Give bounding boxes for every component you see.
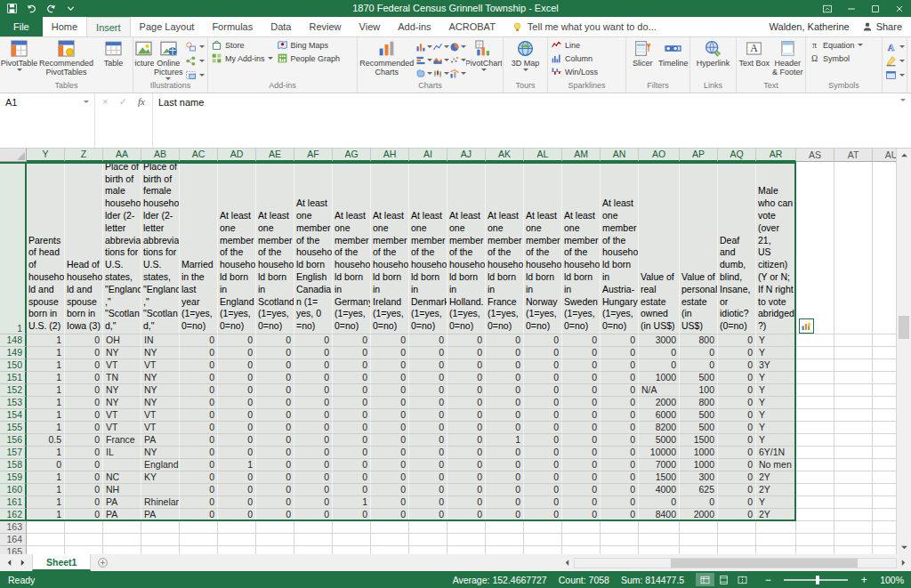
cell-ah150[interactable]: 0 xyxy=(371,359,409,372)
tab-file[interactable]: File xyxy=(0,17,43,36)
cell-ab160[interactable] xyxy=(141,484,180,496)
object-button[interactable] xyxy=(883,68,907,80)
cell-ak1[interactable]: At least one member of the househo ld bo… xyxy=(486,162,524,334)
cell-ad151[interactable]: 0 xyxy=(218,372,256,384)
column-header-ai[interactable]: AI xyxy=(409,149,447,162)
cell-ar158[interactable]: No men xyxy=(756,459,796,471)
cell-aa163[interactable] xyxy=(103,521,141,534)
worksheet-grid[interactable]: YZAAABACADAEAFAGAHAIAJAKALAMANAOAPAQARAS… xyxy=(0,149,896,554)
column-header-ac[interactable]: AC xyxy=(180,149,218,162)
cell-ak161[interactable]: 0 xyxy=(486,496,524,509)
cell-at158[interactable] xyxy=(834,459,873,471)
column-header-z[interactable]: Z xyxy=(65,149,103,162)
sheet-nav-right-button[interactable] xyxy=(19,559,27,567)
cell-ak153[interactable]: 0 xyxy=(486,397,524,409)
cell-au1[interactable] xyxy=(873,162,896,334)
cell-ao163[interactable] xyxy=(639,521,680,534)
cell-z156[interactable]: 0 xyxy=(65,434,103,447)
stock-chart-button[interactable] xyxy=(432,67,449,80)
cell-af161[interactable]: 0 xyxy=(294,496,333,509)
cell-an150[interactable]: 0 xyxy=(601,359,639,372)
column-header-ah[interactable]: AH xyxy=(371,149,409,162)
redo-icon[interactable] xyxy=(45,3,57,14)
cell-am158[interactable]: 0 xyxy=(562,459,601,471)
cell-ag156[interactable]: 0 xyxy=(333,434,371,447)
cell-ap158[interactable]: 1000 xyxy=(680,459,718,471)
cell-y158[interactable]: 0 xyxy=(27,459,65,471)
cell-aj154[interactable]: 0 xyxy=(447,409,486,422)
cell-ar155[interactable]: Y xyxy=(756,422,796,434)
cell-at149[interactable] xyxy=(834,347,873,359)
scroll-right-button[interactable] xyxy=(899,559,907,567)
cell-ab164[interactable] xyxy=(141,534,180,546)
cell-ac149[interactable]: 0 xyxy=(180,347,218,359)
cell-at165[interactable] xyxy=(834,546,873,554)
sheet-tab-sheet1[interactable]: Sheet1 xyxy=(32,554,91,571)
cell-ap152[interactable]: 100 xyxy=(680,384,718,397)
cell-aj161[interactable]: 0 xyxy=(447,496,486,509)
cell-y162[interactable]: 1 xyxy=(27,509,65,521)
cell-al148[interactable]: 0 xyxy=(524,334,562,347)
cell-ak158[interactable]: 0 xyxy=(486,459,524,471)
cell-ar150[interactable]: 3Y xyxy=(756,359,796,372)
cell-ab149[interactable]: NY xyxy=(141,347,180,359)
cell-aq159[interactable]: 0 xyxy=(718,471,756,484)
cell-au160[interactable] xyxy=(873,484,896,496)
cell-aa1[interactable]: Place of birth of male househo lder (2- … xyxy=(103,162,141,334)
row-header-165[interactable]: 165 xyxy=(0,546,27,554)
cell-aa151[interactable]: TN xyxy=(103,372,141,384)
cell-at1[interactable] xyxy=(834,162,873,334)
cell-ai151[interactable]: 0 xyxy=(409,372,447,384)
cell-aj163[interactable] xyxy=(447,521,486,534)
cell-ae155[interactable]: 0 xyxy=(256,422,294,434)
cell-af164[interactable] xyxy=(294,534,333,546)
people-graph-button[interactable]: People Graph xyxy=(275,52,343,65)
cell-ac158[interactable]: 0 xyxy=(180,459,218,471)
cell-aj164[interactable] xyxy=(447,534,486,546)
cell-ap160[interactable]: 625 xyxy=(680,484,718,496)
cell-am159[interactable]: 0 xyxy=(562,471,601,484)
cell-aa148[interactable]: OH xyxy=(103,334,141,347)
cell-at153[interactable] xyxy=(834,397,873,409)
cell-ak163[interactable] xyxy=(486,521,524,534)
recommended-charts-button[interactable]: Recommended Charts xyxy=(359,38,415,80)
column-header-y[interactable]: Y xyxy=(27,149,65,162)
column-header-ag[interactable]: AG xyxy=(333,149,371,162)
cell-ad149[interactable]: 0 xyxy=(218,347,256,359)
cell-y148[interactable]: 1 xyxy=(27,334,65,347)
cell-am164[interactable] xyxy=(562,534,601,546)
cell-aj165[interactable] xyxy=(447,546,486,554)
cell-af153[interactable]: 0 xyxy=(294,397,333,409)
cell-aq154[interactable]: 0 xyxy=(718,409,756,422)
cell-am156[interactable]: 0 xyxy=(562,434,601,447)
cell-af149[interactable]: 0 xyxy=(294,347,333,359)
cell-au162[interactable] xyxy=(873,509,896,521)
cell-ao153[interactable]: 2000 xyxy=(639,397,680,409)
cell-ae150[interactable]: 0 xyxy=(256,359,294,372)
cell-ac150[interactable]: 0 xyxy=(180,359,218,372)
scroll-up-button[interactable] xyxy=(897,149,911,162)
cell-aj1[interactable]: At least one member of the househo ld bo… xyxy=(447,162,486,334)
cell-z151[interactable]: 0 xyxy=(65,372,103,384)
cell-z150[interactable]: 0 xyxy=(65,359,103,372)
cell-an149[interactable]: 0 xyxy=(601,347,639,359)
cell-ag165[interactable] xyxy=(333,546,371,554)
cell-ai165[interactable] xyxy=(409,546,447,554)
cell-ap162[interactable]: 2000 xyxy=(680,509,718,521)
cell-ai161[interactable]: 0 xyxy=(409,496,447,509)
cell-z152[interactable]: 0 xyxy=(65,384,103,397)
close-button[interactable] xyxy=(887,0,911,17)
cell-an148[interactable]: 0 xyxy=(601,334,639,347)
column-header-ak[interactable]: AK xyxy=(486,149,524,162)
cell-ae160[interactable]: 0 xyxy=(256,484,294,496)
cell-z161[interactable]: 0 xyxy=(65,496,103,509)
cell-aa157[interactable]: IL xyxy=(103,447,141,459)
cell-aj157[interactable]: 0 xyxy=(447,447,486,459)
cell-ai153[interactable]: 0 xyxy=(409,397,447,409)
cell-z1[interactable]: Head of househo ld and spouse born in Io… xyxy=(65,162,103,334)
cell-ah153[interactable]: 0 xyxy=(371,397,409,409)
cell-y151[interactable]: 1 xyxy=(27,372,65,384)
cell-an163[interactable] xyxy=(601,521,639,534)
cell-as164[interactable] xyxy=(796,534,834,546)
cell-aa154[interactable]: VT xyxy=(103,409,141,422)
